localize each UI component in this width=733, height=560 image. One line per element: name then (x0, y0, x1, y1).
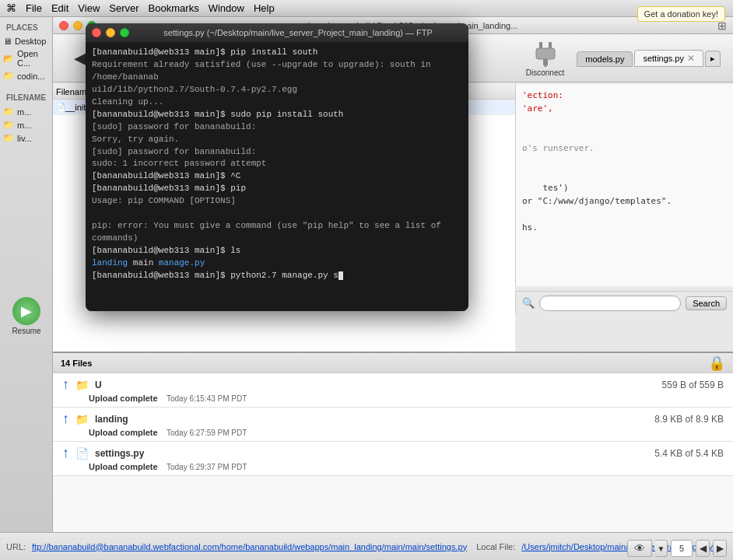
term-line-7: Sorry, try again. (92, 134, 462, 146)
sidebar-coding-label: codin... (17, 72, 44, 81)
term-prompt-11: [bananabuild@web313 main]$ pip (92, 184, 246, 193)
url-label: URL: (6, 542, 26, 551)
right-controls: 👁 ▼ 5 ◀ ▶ (627, 540, 727, 557)
sidebar-item-liv[interactable]: 📁 liv... (0, 131, 52, 145)
code-line-11: hs. (522, 221, 727, 234)
transfer-name-1: U (95, 380, 102, 390)
menu-edit[interactable]: Edit (51, 2, 68, 14)
svg-rect-2 (536, 48, 555, 59)
term-line-14: pip: error: You must give a command (use… (92, 220, 462, 245)
disconnect-button[interactable]: Disconnect (526, 39, 564, 77)
nav-next-button[interactable]: ▶ (713, 540, 727, 557)
folder-m2-icon: 📁 (3, 120, 14, 130)
ftp-close-btn[interactable] (59, 21, 68, 30)
ftp-app: ⌘ File Edit View Server Bookmarks Window… (0, 0, 733, 560)
code-line-8: tes') (522, 181, 727, 194)
transfer-row-3-header: ↑ 📄 settings.py 5.4 KB of 5.4 KB (62, 445, 724, 461)
term-close-btn[interactable] (92, 28, 101, 37)
local-file-label: Local File: (476, 542, 515, 551)
term-out-14: pip: error: You must give a command (use… (92, 221, 441, 243)
transfer-row-2-header: ↑ 📁 landing 8.9 KB of 8.9 KB (62, 411, 724, 427)
term-prompt-15: [bananabuild@web313 main]$ ls (92, 246, 240, 255)
code-text-3: hs. (522, 222, 538, 233)
search-button[interactable]: Search (686, 296, 727, 310)
transfer-name-3: settings.py (95, 448, 144, 459)
sidebar-item-coding[interactable]: 📁 codin... (0, 69, 52, 82)
code-string-1: 'ection: (522, 90, 563, 100)
add-tab-button[interactable]: ▸ (705, 51, 721, 67)
code-line-5: o's runserver. (522, 142, 727, 155)
menu-window[interactable]: Window (209, 2, 244, 14)
nav-prev-button[interactable]: ◀ (696, 540, 710, 557)
menu-server[interactable]: Server (109, 2, 139, 14)
code-line-6 (522, 155, 727, 168)
search-input[interactable] (539, 296, 681, 311)
sidebar-desktop-label: Desktop (15, 37, 46, 46)
svg-rect-3 (543, 59, 548, 65)
donation-label: Get a donation key! (644, 9, 718, 19)
sidebar: Places 🖥 Desktop 📂 Open C... 📁 codin... … (0, 17, 53, 560)
page-number: 5 (671, 540, 693, 557)
sidebar-item-m2[interactable]: 📁 m... (0, 118, 52, 131)
sidebar-item-desktop[interactable]: 🖥 Desktop (0, 35, 52, 47)
term-min-btn[interactable] (106, 28, 115, 37)
sidebar-places-header: Places (0, 17, 52, 35)
term-line-2: Requirement already satisfied (use --upg… (92, 59, 462, 84)
folder-liv-icon: 📁 (3, 133, 14, 143)
transfer-list: ↑ 📁 U 559 B of 559 B Upload complete Tod… (53, 373, 733, 532)
menu-help[interactable]: Help (254, 2, 275, 14)
arrow-dropdown[interactable]: ▼ (655, 540, 668, 557)
models-tab[interactable]: models.py (577, 51, 633, 67)
open-icon: 📂 (3, 54, 14, 64)
code-line-10 (522, 208, 727, 221)
term-out-3: uild/lib/python2.7/South-0.7.4-py2.7.egg (92, 85, 297, 94)
menu-file[interactable]: File (26, 2, 42, 14)
code-text-1: tes') (522, 183, 569, 193)
term-line-5: [bananabuild@web313 main]$ sudo pip inst… (92, 109, 462, 121)
code-comment-1: o's runserver. (522, 143, 594, 153)
term-highlight-landing: landing (92, 258, 128, 268)
disconnect-icon (528, 39, 563, 68)
transfer-size-right-2: 8.9 KB of 8.9 KB (654, 414, 724, 425)
transfer-details-3: Upload complete Today 6:29:37 PM PDT (89, 461, 724, 472)
eye-button[interactable]: 👁 (627, 540, 652, 557)
menu-bookmarks[interactable]: Bookmarks (149, 2, 199, 14)
menu-apple[interactable]: ⌘ (6, 2, 16, 14)
transfer-name-2: landing (95, 414, 128, 425)
file-icon-init: 📄 (56, 103, 65, 111)
term-cursor (338, 271, 343, 280)
resume-label: Resume (12, 327, 40, 335)
sidebar-item-m1[interactable]: 📁 m... (0, 105, 52, 118)
code-editor-panel: 'ection: 'are', o's runserver. tes') or … (515, 84, 733, 286)
settings-close-icon[interactable]: ✕ (687, 53, 695, 64)
term-line-17: [bananabuild@web313 main]$ python2.7 man… (92, 270, 462, 282)
term-out-9: sudo: 1 incorrect password attempt (92, 159, 266, 168)
transfer-details-1: Upload complete Today 6:15:43 PM PDT (89, 393, 724, 404)
terminal-window: settings.py (~/Desktop/main/live_server_… (86, 23, 468, 311)
code-line-4 (522, 128, 727, 142)
term-max-btn[interactable] (120, 28, 129, 37)
resume-button[interactable]: ▶ (12, 297, 40, 325)
transfer-toolbar: 14 Files 🔒 (53, 352, 733, 373)
ftp-min-btn[interactable] (73, 21, 82, 30)
sidebar-m1-label: m... (17, 107, 31, 117)
code-line-9: or "C:/www/django/templates". (522, 194, 727, 208)
search-icon: 🔍 (522, 297, 535, 309)
menu-view[interactable]: View (78, 2, 100, 14)
status-bar: URL: ftp://bananabuild@bananabuild.webfa… (0, 532, 733, 560)
terminal-body[interactable]: [bananabuild@web313 main]$ pip install s… (86, 42, 468, 311)
sidebar-open-label: Open C... (17, 49, 49, 68)
sidebar-m2-label: m... (17, 121, 31, 130)
code-line-7 (522, 168, 727, 181)
term-line-10: [bananabuild@web313 main]$ ^C (92, 170, 462, 183)
coding-icon: 📁 (3, 71, 14, 81)
url-link[interactable]: ftp://bananabuild@bananabuild.webfaction… (32, 542, 467, 551)
term-out-12: Usage: pip COMMAND [OPTIONS] (92, 196, 236, 205)
transfer-row-3: ↑ 📄 settings.py 5.4 KB of 5.4 KB Upload … (53, 442, 733, 476)
term-out-7: Sorry, try again. (92, 135, 179, 144)
donation-banner[interactable]: Get a donation key! (637, 6, 725, 22)
upload-arrow-2: ↑ (62, 411, 69, 427)
transfer-status-1: Upload complete (89, 394, 158, 403)
settings-tab[interactable]: settings.py ✕ (634, 50, 703, 67)
sidebar-item-open[interactable]: 📂 Open C... (0, 47, 52, 69)
